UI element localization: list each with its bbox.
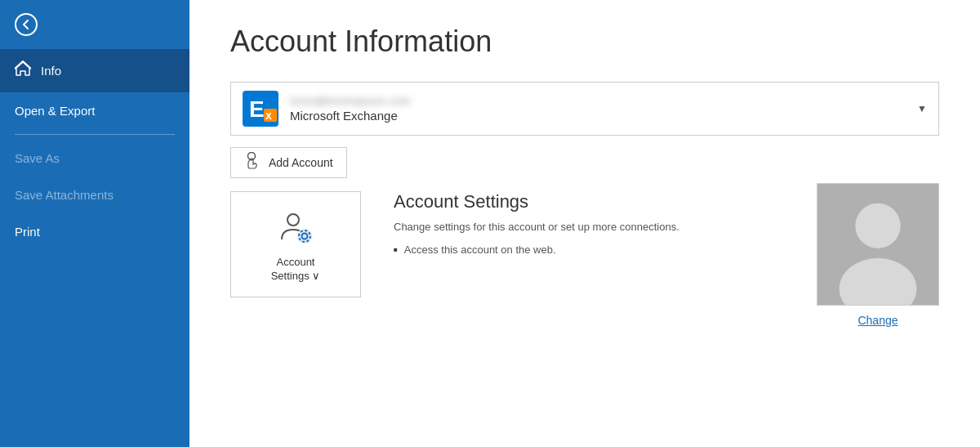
sidebar-item-print-label: Print xyxy=(15,225,40,239)
back-button[interactable] xyxy=(0,0,189,49)
list-item: Access this account on the web. xyxy=(394,242,792,258)
page-title: Account Information xyxy=(230,25,939,59)
account-settings-card[interactable]: Account Settings ∨ xyxy=(230,191,361,297)
main-content: Account Information E x loren@loremipsum… xyxy=(189,0,980,447)
account-settings-list: Access this account on the web. xyxy=(394,242,792,258)
svg-point-6 xyxy=(287,214,299,226)
sidebar-item-open-export[interactable]: Open & Export xyxy=(0,92,189,129)
sidebar-item-save-attachments-label: Save Attachments xyxy=(15,188,114,202)
account-settings-title: Account Settings xyxy=(394,191,792,212)
sidebar-item-info[interactable]: Info xyxy=(0,49,189,92)
account-selector-dropdown[interactable]: E x loren@loremipsum.com Microsoft Excha… xyxy=(230,82,939,136)
account-settings-icon xyxy=(275,207,316,248)
sidebar-item-save-as: Save As xyxy=(0,140,189,177)
svg-point-12 xyxy=(855,203,900,248)
sidebar: Info Open & Export Save As Save Attachme… xyxy=(0,0,189,447)
sidebar-item-save-as-label: Save As xyxy=(15,151,60,165)
svg-text:x: x xyxy=(265,109,272,122)
sidebar-item-open-export-label: Open & Export xyxy=(15,104,95,118)
change-photo-link[interactable]: Change xyxy=(858,314,898,327)
back-circle-icon xyxy=(15,13,38,36)
add-account-label: Add Account xyxy=(269,156,333,169)
buttons-row: Add Account xyxy=(230,147,939,178)
add-account-button[interactable]: Add Account xyxy=(230,147,347,178)
svg-text:E: E xyxy=(249,96,265,122)
add-account-cursor-icon xyxy=(244,152,262,174)
account-info: loren@loremipsum.com Microsoft Exchange xyxy=(290,95,917,123)
account-settings-info-panel: Account Settings Change settings for thi… xyxy=(385,191,792,257)
account-settings-description: Change settings for this account or set … xyxy=(394,219,792,235)
home-icon xyxy=(15,60,31,81)
profile-photo xyxy=(817,183,939,306)
account-type: Microsoft Exchange xyxy=(290,109,917,123)
account-settings-card-label: Account Settings ∨ xyxy=(271,256,321,284)
sidebar-divider xyxy=(15,134,175,135)
account-email: loren@loremipsum.com xyxy=(290,95,917,107)
sidebar-item-info-label: Info xyxy=(41,64,61,78)
exchange-logo-icon: E x xyxy=(243,91,278,127)
dropdown-arrow-icon: ▼ xyxy=(917,103,927,114)
profile-section: Change xyxy=(817,183,939,327)
cards-row: Account Settings ∨ Account Settings Chan… xyxy=(230,191,939,327)
sidebar-item-save-attachments: Save Attachments xyxy=(0,177,189,213)
sidebar-item-print[interactable]: Print xyxy=(0,213,189,250)
